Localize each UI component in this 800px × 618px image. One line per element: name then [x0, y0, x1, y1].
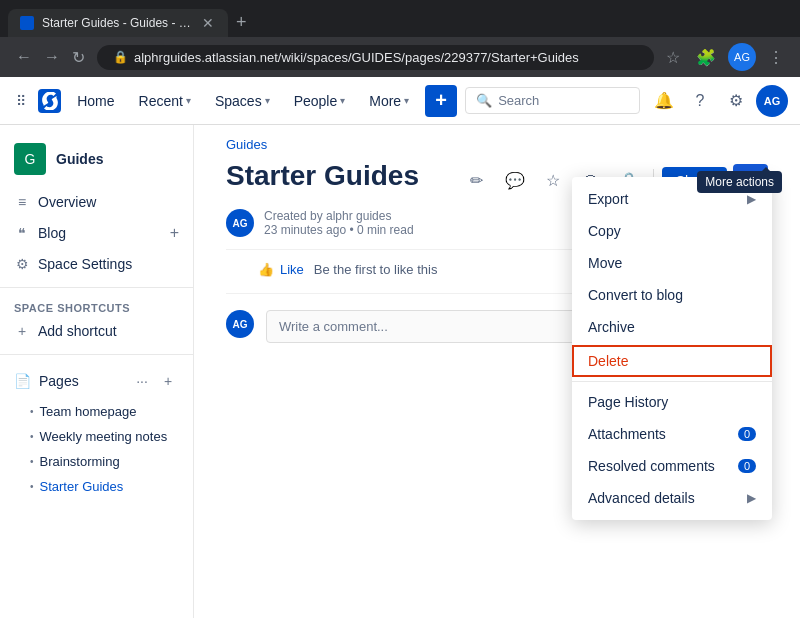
resolved-comments-menu-item[interactable]: Resolved comments 0 — [572, 450, 772, 482]
spaces-chevron: ▾ — [265, 95, 270, 106]
forward-button[interactable]: → — [40, 46, 64, 68]
page-title: Starter Guides — [226, 160, 419, 192]
user-avatar[interactable]: AG — [756, 85, 788, 117]
blog-label: Blog — [38, 225, 66, 241]
notifications-button[interactable]: 🔔 — [648, 85, 680, 117]
pages-actions: ··· + — [131, 370, 179, 392]
sidebar-divider-2 — [0, 354, 193, 355]
recent-chevron: ▾ — [186, 95, 191, 106]
advanced-menu-item[interactable]: Advanced details ▶ — [572, 482, 772, 514]
address-bar: ← → ↻ 🔒 alphrguides.atlassian.net/wiki/s… — [0, 37, 800, 77]
star-button[interactable]: ☆ — [537, 165, 569, 197]
like-prompt: Be the first to like this — [314, 262, 438, 277]
edit-button[interactable]: ✏ — [461, 165, 493, 197]
pages-icon: 📄 — [14, 373, 31, 389]
meta-time: 23 minutes ago • 0 min read — [264, 223, 414, 237]
url-text: alphrguides.atlassian.net/wiki/spaces/GU… — [134, 50, 579, 65]
delete-menu-item[interactable]: Delete — [572, 345, 772, 377]
menu-icon[interactable]: ⋮ — [764, 44, 788, 71]
sidebar-item-overview[interactable]: ≡ Overview — [0, 187, 193, 217]
avatar-icon[interactable]: AG — [728, 43, 756, 71]
add-shortcut-item[interactable]: + Add shortcut — [0, 316, 193, 346]
space-name: Guides — [56, 151, 103, 167]
comment-button[interactable]: 💬 — [499, 165, 531, 197]
resolved-badge: 0 — [738, 459, 756, 473]
copy-menu-item[interactable]: Copy — [572, 215, 772, 247]
pages-add-button[interactable]: + — [157, 370, 179, 392]
nav-home[interactable]: Home — [69, 89, 122, 113]
nav-recent[interactable]: Recent ▾ — [131, 89, 199, 113]
page-list-item-weekly[interactable]: • Weekly meeting notes — [0, 424, 193, 449]
lock-icon: 🔒 — [113, 50, 128, 64]
tab-favicon — [20, 16, 34, 30]
space-settings-label: Space Settings — [38, 256, 132, 272]
reload-button[interactable]: ↻ — [68, 46, 89, 69]
page-list-item-brainstorming[interactable]: • Brainstorming — [0, 449, 193, 474]
new-tab-button[interactable]: + — [232, 8, 251, 37]
tab-title: Starter Guides - Guides - Conflu... — [42, 16, 192, 30]
comment-avatar: AG — [226, 310, 254, 338]
help-button[interactable]: ? — [684, 85, 716, 117]
bullet-icon: • — [30, 406, 34, 417]
meta-avatar: AG — [226, 209, 254, 237]
people-chevron: ▾ — [340, 95, 345, 106]
bullet-icon: • — [30, 431, 34, 442]
nav-spaces[interactable]: Spaces ▾ — [207, 89, 278, 113]
search-placeholder: Search — [498, 93, 539, 108]
url-bar[interactable]: 🔒 alphrguides.atlassian.net/wiki/spaces/… — [97, 45, 654, 70]
page-list-item-team-homepage[interactable]: • Team homepage — [0, 399, 193, 424]
nav-people[interactable]: People ▾ — [286, 89, 354, 113]
tab-close-button[interactable]: ✕ — [200, 15, 216, 31]
shortcuts-heading: SPACE SHORTCUTS — [0, 296, 193, 316]
sidebar-item-blog[interactable]: ❝ Blog + — [0, 217, 193, 249]
more-actions-tooltip: More actions — [697, 171, 782, 193]
sidebar: G Guides ≡ Overview ❝ Blog + ⚙ Space Set… — [0, 125, 194, 618]
nav-icons: 🔔 ? ⚙ AG — [648, 85, 788, 117]
top-nav: ⠿ Home Recent ▾ Spaces ▾ People ▾ More ▾… — [0, 77, 800, 125]
main-area: G Guides ≡ Overview ❝ Blog + ⚙ Space Set… — [0, 125, 800, 618]
nav-more[interactable]: More ▾ — [361, 89, 417, 113]
attachments-badge: 0 — [738, 427, 756, 441]
back-button[interactable]: ← — [12, 46, 36, 68]
dropdown-menu: Export ▶ Copy Move Convert to blog Archi… — [572, 177, 772, 520]
thumbs-up-icon: 👍 — [258, 262, 274, 277]
pages-more-button[interactable]: ··· — [131, 370, 153, 392]
export-arrow: ▶ — [747, 192, 756, 206]
meta-author: Created by alphr guides — [264, 209, 414, 223]
blog-add-icon[interactable]: + — [170, 224, 179, 242]
overview-icon: ≡ — [14, 194, 30, 210]
bullet-icon: • — [30, 456, 34, 467]
convert-menu-item[interactable]: Convert to blog — [572, 279, 772, 311]
app: ⠿ Home Recent ▾ Spaces ▾ People ▾ More ▾… — [0, 77, 800, 618]
settings-button[interactable]: ⚙ — [720, 85, 752, 117]
archive-menu-item[interactable]: Archive — [572, 311, 772, 343]
extensions-icon[interactable]: 🧩 — [692, 44, 720, 71]
confluence-logo[interactable] — [38, 89, 61, 113]
dropdown-divider — [572, 381, 772, 382]
bookmark-icon[interactable]: ☆ — [662, 44, 684, 71]
move-menu-item[interactable]: Move — [572, 247, 772, 279]
attachments-menu-item[interactable]: Attachments 0 — [572, 418, 772, 450]
overview-label: Overview — [38, 194, 96, 210]
search-icon: 🔍 — [476, 93, 492, 108]
create-button[interactable]: + — [425, 85, 457, 117]
breadcrumb[interactable]: Guides — [194, 125, 800, 152]
sidebar-item-space-settings[interactable]: ⚙ Space Settings — [0, 249, 193, 279]
search-bar[interactable]: 🔍 Search — [465, 87, 640, 114]
advanced-arrow: ▶ — [747, 491, 756, 505]
active-tab[interactable]: Starter Guides - Guides - Conflu... ✕ — [8, 9, 228, 37]
page-history-menu-item[interactable]: Page History — [572, 386, 772, 418]
settings-icon: ⚙ — [14, 256, 30, 272]
blog-icon: ❝ — [14, 225, 30, 241]
space-header: G Guides — [0, 133, 193, 187]
pages-label: Pages — [39, 373, 131, 389]
page-list-item-starter-guides[interactable]: • Starter Guides — [0, 474, 193, 499]
more-chevron: ▾ — [404, 95, 409, 106]
like-button[interactable]: 👍 Like — [258, 262, 304, 277]
content-area: Guides Starter Guides ✏ 💬 ☆ 👁 🔒 Share ··… — [194, 125, 800, 618]
add-shortcut-label: Add shortcut — [38, 323, 117, 339]
add-shortcut-icon: + — [14, 323, 30, 339]
sidebar-divider — [0, 287, 193, 288]
pages-section-header[interactable]: 📄 Pages ··· + — [0, 363, 193, 399]
app-grid-icon[interactable]: ⠿ — [12, 89, 30, 113]
